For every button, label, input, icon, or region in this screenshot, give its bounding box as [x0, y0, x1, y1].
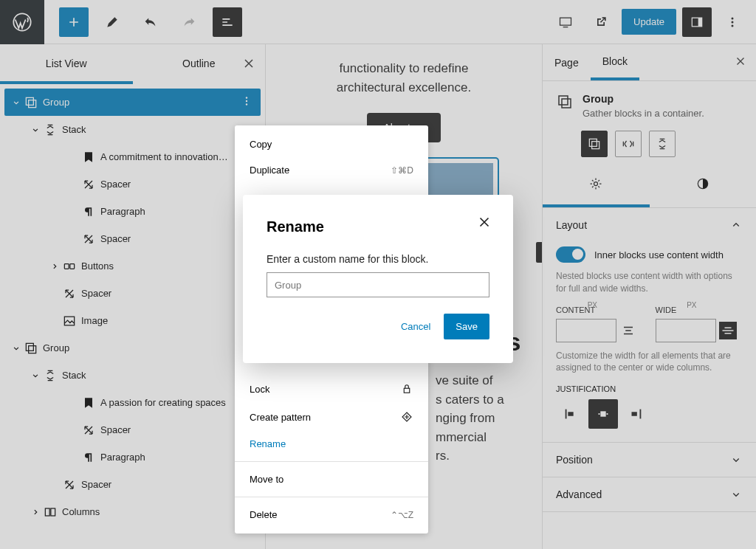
- modal-label: Enter a custom name for this block.: [267, 253, 489, 265]
- save-button[interactable]: Save: [444, 314, 489, 339]
- menu-delete[interactable]: Delete⌃⌥Z: [235, 502, 428, 528]
- lock-icon: [400, 382, 413, 396]
- cancel-button[interactable]: Cancel: [395, 314, 436, 339]
- menu-create-pattern[interactable]: Create pattern: [235, 403, 428, 431]
- rename-input[interactable]: [267, 272, 489, 297]
- menu-rename[interactable]: Rename: [235, 431, 428, 457]
- menu-copy[interactable]: Copy: [235, 131, 428, 157]
- menu-duplicate[interactable]: Duplicate⇧⌘D: [235, 157, 428, 183]
- rename-modal: Rename Enter a custom name for this bloc…: [243, 195, 513, 363]
- menu-lock[interactable]: Lock: [235, 375, 428, 403]
- pattern-icon: [400, 410, 413, 424]
- close-icon: [476, 214, 492, 230]
- modal-close[interactable]: [476, 214, 492, 233]
- svg-rect-28: [404, 388, 410, 393]
- modal-title: Rename: [267, 218, 489, 235]
- menu-move-to[interactable]: Move to: [235, 466, 428, 492]
